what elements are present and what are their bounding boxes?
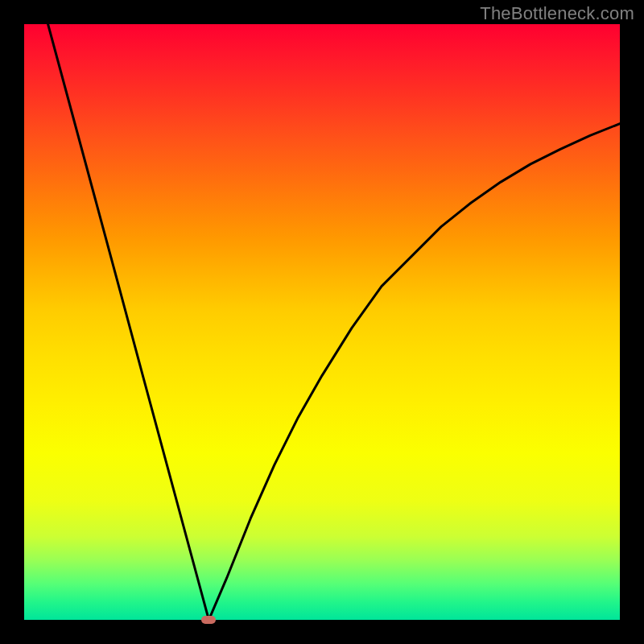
chart-plot-area	[24, 24, 620, 620]
chart-svg	[24, 24, 620, 620]
chart-curve-path	[48, 24, 620, 620]
minimum-marker	[201, 616, 216, 624]
watermark-text: TheBottleneck.com	[480, 3, 634, 24]
chart-outer-frame: TheBottleneck.com	[0, 0, 644, 644]
